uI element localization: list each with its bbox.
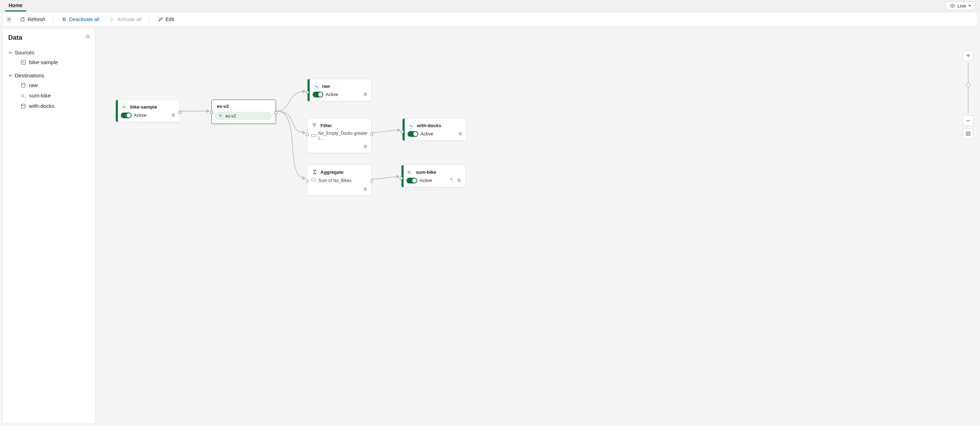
- tree-item-bike-sample[interactable]: bike-sample: [8, 57, 89, 67]
- zoom-handle[interactable]: [966, 83, 970, 87]
- port-out[interactable]: [370, 133, 373, 136]
- live-dropdown[interactable]: Live: [946, 2, 975, 10]
- toggle-active[interactable]: [406, 178, 417, 183]
- tree-item-label: sum-bike: [29, 92, 51, 99]
- play-icon: [109, 16, 115, 22]
- eye-icon: [950, 3, 955, 9]
- edit-icon: [158, 16, 164, 22]
- accent: [307, 79, 310, 101]
- menu-icon[interactable]: [363, 144, 368, 150]
- node-status: Active: [326, 92, 338, 97]
- svg-point-1: [8, 19, 10, 20]
- activate-all-button: Activate all: [107, 15, 144, 24]
- port-out[interactable]: [178, 111, 181, 114]
- toggle-active[interactable]: [121, 113, 132, 118]
- kql-icon: [313, 83, 319, 89]
- node-title: raw: [322, 83, 330, 89]
- tree-item-sum-bike[interactable]: sum-bike: [8, 90, 89, 101]
- node-title: es-v2: [217, 103, 229, 109]
- tabs-bar: Home Live: [0, 0, 980, 11]
- gear-icon[interactable]: [6, 16, 12, 22]
- sigma-icon: [311, 169, 318, 175]
- tree-item-label: bike-sample: [29, 59, 58, 65]
- node-es-v2[interactable]: es-v2 es-v2: [212, 100, 276, 124]
- zoom-slider[interactable]: [968, 63, 969, 113]
- database-icon: [21, 103, 26, 109]
- port-in[interactable]: [400, 176, 403, 180]
- svg-point-7: [317, 87, 318, 88]
- refresh-label: Refresh: [28, 16, 45, 22]
- zoom-in-button[interactable]: [963, 50, 974, 61]
- sidebar: Data Sources bike-sample Destinations: [2, 29, 95, 424]
- menu-icon[interactable]: [363, 91, 368, 97]
- collapse-sidebar-button[interactable]: [85, 34, 90, 40]
- filter-rule: No_Empty_Docks greater t…: [318, 131, 368, 141]
- node-bike-sample[interactable]: bike-sample Active: [115, 100, 180, 122]
- node-title: bike-sample: [130, 104, 157, 110]
- fit-to-screen-button[interactable]: [963, 128, 974, 139]
- edges: [97, 29, 978, 424]
- tree-section-sources[interactable]: Sources: [8, 48, 89, 57]
- svg-rect-11: [966, 132, 970, 135]
- edit-button[interactable]: Edit: [156, 15, 177, 24]
- zoom-out-button[interactable]: [963, 115, 974, 126]
- svg-rect-3: [65, 17, 65, 21]
- divider: [53, 16, 53, 23]
- svg-point-5: [22, 83, 25, 84]
- toggle-active[interactable]: [407, 131, 418, 137]
- chevron-down-icon: [968, 5, 971, 7]
- bar-chart-icon: [21, 59, 26, 65]
- filter-icon: [311, 122, 318, 129]
- menu-icon[interactable]: [458, 131, 463, 137]
- tree-section-destinations[interactable]: Destinations: [8, 71, 89, 80]
- stream-icon: [219, 113, 223, 119]
- node-filter[interactable]: Filter No_Empty_Docks greater t…: [307, 118, 372, 153]
- pause-icon: [61, 16, 67, 22]
- port-out[interactable]: [274, 111, 277, 114]
- activate-all-label: Activate all: [117, 16, 142, 22]
- tree-item-with-docks[interactable]: with-docks: [8, 101, 89, 111]
- node-status: Active: [134, 113, 146, 118]
- tree-item-raw[interactable]: raw: [8, 80, 89, 90]
- field-icon: [311, 133, 316, 139]
- svg-point-6: [22, 104, 25, 105]
- stream-icon: [21, 93, 26, 99]
- edit-label: Edit: [165, 16, 174, 22]
- node-raw[interactable]: raw Active: [307, 79, 372, 102]
- kql-icon: [407, 122, 414, 129]
- node-with-docks[interactable]: with-docks Active: [402, 118, 467, 141]
- node-title: with-docks: [417, 123, 441, 128]
- refresh-button[interactable]: Refresh: [18, 15, 47, 24]
- chevron-down-icon: [8, 51, 13, 55]
- chip-es-v2[interactable]: es-v2: [215, 112, 272, 120]
- svg-rect-12: [967, 133, 969, 135]
- port-in[interactable]: [306, 133, 309, 136]
- menu-icon[interactable]: [171, 112, 176, 118]
- node-aggregate[interactable]: Aggregate Sum of No_Bikes: [307, 165, 372, 196]
- port-in[interactable]: [401, 130, 404, 133]
- node-status: Active: [419, 178, 432, 183]
- toggle-active[interactable]: [313, 92, 323, 97]
- port-in[interactable]: [306, 180, 309, 183]
- tree-item-label: with-docks: [29, 103, 54, 109]
- menu-icon[interactable]: [457, 177, 462, 183]
- accent: [401, 165, 404, 187]
- port-out[interactable]: [370, 180, 373, 183]
- node-title: Aggregate: [320, 170, 344, 175]
- svg-rect-8: [312, 134, 316, 137]
- node-sum-bike[interactable]: sum-bike Active: [401, 165, 466, 188]
- port-in[interactable]: [306, 91, 309, 94]
- menu-icon[interactable]: [363, 186, 368, 192]
- port-in[interactable]: [210, 111, 213, 114]
- sparkle-icon[interactable]: [449, 177, 454, 183]
- deactivate-all-button[interactable]: Deactivate all: [59, 15, 102, 24]
- chevron-down-icon: [8, 73, 13, 78]
- destinations-label: Destinations: [15, 72, 45, 78]
- deactivate-all-label: Deactivate all: [69, 16, 99, 22]
- svg-rect-9: [312, 179, 316, 181]
- tab-home[interactable]: Home: [5, 0, 26, 11]
- live-label: Live: [958, 3, 966, 9]
- node-title: sum-bike: [416, 170, 436, 175]
- svg-rect-2: [63, 17, 64, 21]
- canvas[interactable]: bike-sample Active es-v2: [97, 29, 978, 424]
